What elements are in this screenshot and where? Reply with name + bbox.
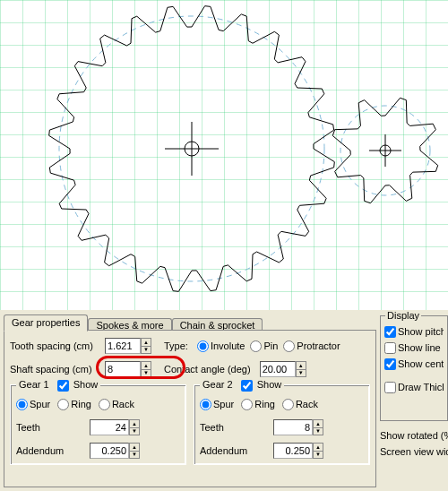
gear2-spur-radio[interactable] [200,399,211,410]
gear2-addendum-label: Addendum [200,445,270,456]
shaft-spacing-input[interactable] [105,361,141,377]
show-line-check[interactable] [384,342,396,354]
gear2-rack-label: Rack [296,399,318,409]
gear2-addendum-input[interactable] [273,443,313,459]
gear1-teeth-input[interactable] [90,419,129,435]
tooth-spacing-spinner[interactable]: ▲▼ [141,338,151,354]
gear1-show-check[interactable] [57,380,69,392]
display-panel: Display Show pitch d Show line of c Show… [380,315,448,487]
gear2-ring-radio[interactable] [241,399,253,410]
tab-gear-properties[interactable]: Gear properties [4,314,88,332]
type-protractor-label: Protractor [297,340,340,351]
gear2-ring-label: Ring [254,399,275,409]
show-pitch-check[interactable] [384,326,396,338]
shaft-spacing-label: Shaft spacing (cm) [10,364,101,375]
show-center-label: Show center [398,358,444,369]
gear2-title: Gear 2 [202,379,233,390]
tooth-spacing-label: Tooth spacing (cm) [10,340,101,351]
contact-angle-spinner[interactable]: ▲▼ [296,361,306,377]
shaft-spacing-spinner[interactable]: ▲▼ [141,361,151,377]
gear1-spur-radio[interactable] [16,399,28,410]
type-involute-label: Involute [211,340,246,351]
show-rotated-label: Show rotated (% o [380,430,448,441]
show-pitch-label: Show pitch d [398,326,444,337]
gear2-spur-label: Spur [213,399,234,409]
gear1-ring-radio[interactable] [57,399,69,410]
show-center-check[interactable] [384,358,396,370]
gear1-spur-label: Spur [30,399,50,409]
gear2-teeth-label: Teeth [200,422,270,433]
draw-thicker-label: Draw Thicker [398,382,444,392]
gear1-show-label: Show [73,379,99,390]
gear1-addendum-label: Addendum [16,445,86,456]
gear2-show-check[interactable] [241,380,253,392]
gear1-ring-label: Ring [71,399,91,409]
gear-canvas[interactable] [0,0,448,310]
gear1-rack-label: Rack [112,399,134,409]
show-line-label: Show line of c [398,342,444,353]
type-pin-radio[interactable] [250,340,262,352]
gear1-teeth-label: Teeth [16,422,86,433]
contact-angle-label: Contact angle (deg) [164,364,251,375]
gear2-rack-radio[interactable] [282,399,294,410]
type-pin-label: Pin [263,340,278,351]
tab-strip: Gear properties Spokes & more Chain & sp… [4,314,263,331]
contact-angle-input[interactable] [260,361,296,377]
gear2-teeth-input[interactable] [273,419,313,435]
type-label: Type: [164,340,188,351]
tooth-spacing-input[interactable] [105,338,141,354]
gear-properties-panel: Tooth spacing (cm) ▲▼ Type: Involute Pin… [4,330,376,487]
gear1-group: Gear 1 Show Spur Ring Rack Teeth ▲▼ [10,384,186,465]
gear2-group: Gear 2 Show Spur Ring Rack Teeth ▲▼ [194,384,370,465]
gear1-addendum-input[interactable] [90,443,129,459]
display-title: Display [385,310,421,321]
gear2-show-label: Show [257,379,282,390]
gear1-teeth-spinner[interactable]: ▲▼ [129,419,140,435]
gear1-addendum-spinner[interactable]: ▲▼ [129,443,140,459]
gear2-teeth-spinner[interactable]: ▲▼ [313,419,323,435]
screen-view-label: Screen view widt [380,446,448,457]
type-involute-radio[interactable] [197,340,209,352]
gear1-title: Gear 1 [19,379,49,390]
gear1-rack-radio[interactable] [99,399,110,410]
gear2-addendum-spinner[interactable]: ▲▼ [313,443,323,459]
draw-thicker-check[interactable] [384,382,396,393]
type-protractor-radio[interactable] [283,340,295,352]
